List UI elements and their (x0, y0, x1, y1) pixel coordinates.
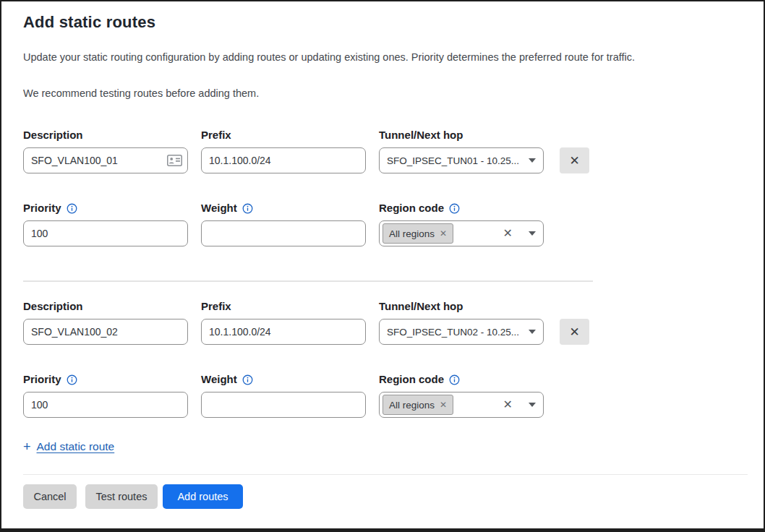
info-icon[interactable] (449, 203, 460, 214)
tunnel-label: Tunnel/Next hop (379, 299, 463, 314)
tag-remove-icon[interactable]: ✕ (440, 400, 447, 409)
chevron-down-icon (529, 158, 536, 163)
chevron-down-icon (529, 330, 536, 334)
field-description-1: Description (23, 128, 188, 173)
region-tag: All regions ✕ (382, 223, 453, 244)
info-icon[interactable] (242, 203, 253, 214)
tunnel-selected-value: SFO_IPSEC_TUN02 - 10.25... (387, 327, 524, 338)
intro-text-2: We recommend testing routes before addin… (23, 86, 748, 100)
info-icon[interactable] (449, 374, 460, 385)
field-tunnel-1: Tunnel/Next hop SFO_IPSEC_TUN01 - 10.25.… (379, 128, 544, 173)
description-label: Description (23, 299, 83, 314)
add-static-route-label: Add static route (37, 440, 115, 453)
section-divider (23, 280, 593, 282)
tunnel-select-1[interactable]: SFO_IPSEC_TUN01 - 10.25... (379, 147, 544, 173)
chevron-down-icon (529, 403, 536, 407)
region-label: Region code (379, 372, 444, 387)
test-routes-button[interactable]: Test routes (85, 484, 158, 509)
field-weight-2: Weight (201, 372, 366, 418)
region-multiselect-1[interactable]: All regions ✕ ✕ (379, 220, 544, 246)
priority-label: Priority (23, 372, 61, 387)
priority-label: Priority (23, 201, 61, 215)
prefix-label: Prefix (201, 128, 231, 142)
cancel-button[interactable]: Cancel (23, 484, 77, 509)
info-icon[interactable] (67, 374, 77, 385)
info-icon[interactable] (242, 374, 253, 385)
field-region-2: Region code All regions ✕ ✕ (379, 372, 544, 418)
routes-form: Description (23, 128, 610, 453)
remove-route-button-1[interactable]: ✕ (560, 147, 589, 173)
clear-selection-icon[interactable]: ✕ (503, 399, 513, 411)
prefix-label: Prefix (201, 299, 231, 314)
remove-route-button-2[interactable]: ✕ (560, 319, 589, 345)
footer-divider (23, 474, 748, 475)
tunnel-select-2[interactable]: SFO_IPSEC_TUN02 - 10.25... (379, 319, 544, 345)
chevron-down-icon (529, 231, 536, 236)
priority-input-2[interactable] (23, 392, 188, 418)
weight-input-1[interactable] (201, 220, 366, 246)
region-label: Region code (379, 201, 444, 215)
plus-icon: + (23, 440, 31, 453)
field-tunnel-2: Tunnel/Next hop SFO_IPSEC_TUN02 - 10.25.… (379, 299, 544, 345)
route-section-1: Description (23, 128, 610, 246)
region-tag-label: All regions (389, 228, 435, 239)
dialog-footer: Cancel Test routes Add routes (23, 474, 748, 528)
description-label: Description (23, 128, 83, 142)
field-weight-1: Weight (201, 201, 366, 246)
clear-selection-icon[interactable]: ✕ (503, 228, 513, 239)
add-static-routes-dialog: Add static routes /* placeholder removed… (0, 0, 765, 532)
field-prefix-1: Prefix (201, 128, 366, 173)
description-input-1[interactable] (23, 147, 188, 173)
prefix-input-2[interactable] (201, 319, 366, 345)
tunnel-selected-value: SFO_IPSEC_TUN01 - 10.25... (387, 155, 524, 166)
field-region-1: Region code All regions ✕ ✕ (379, 201, 544, 246)
region-multiselect-2[interactable]: All regions ✕ ✕ (379, 392, 544, 418)
weight-label: Weight (201, 372, 237, 387)
description-input-2[interactable] (23, 319, 188, 345)
field-prefix-2: Prefix (201, 299, 366, 345)
info-icon[interactable] (67, 203, 77, 214)
priority-input-1[interactable] (23, 220, 188, 246)
page-title: Add static routes (23, 12, 748, 33)
field-description-2: Description (23, 299, 188, 345)
route-section-2: Description Prefix Tunnel/Next hop SFO_I (23, 299, 610, 418)
prefix-input-1[interactable] (201, 147, 366, 173)
field-priority-2: Priority (23, 372, 188, 418)
tunnel-label: Tunnel/Next hop (379, 128, 463, 142)
add-routes-button[interactable]: Add routes (163, 484, 243, 509)
autofill-contact-card-icon[interactable] (167, 155, 182, 166)
intro-text: Update your static routing configuration… (23, 50, 748, 64)
region-tag-label: All regions (389, 400, 435, 411)
add-static-route-link[interactable]: + Add static route (23, 440, 114, 453)
weight-input-2[interactable] (201, 392, 366, 418)
tag-remove-icon[interactable]: ✕ (440, 229, 447, 238)
region-tag: All regions ✕ (382, 395, 453, 415)
weight-label: Weight (201, 201, 237, 215)
field-priority-1: Priority (23, 201, 188, 246)
